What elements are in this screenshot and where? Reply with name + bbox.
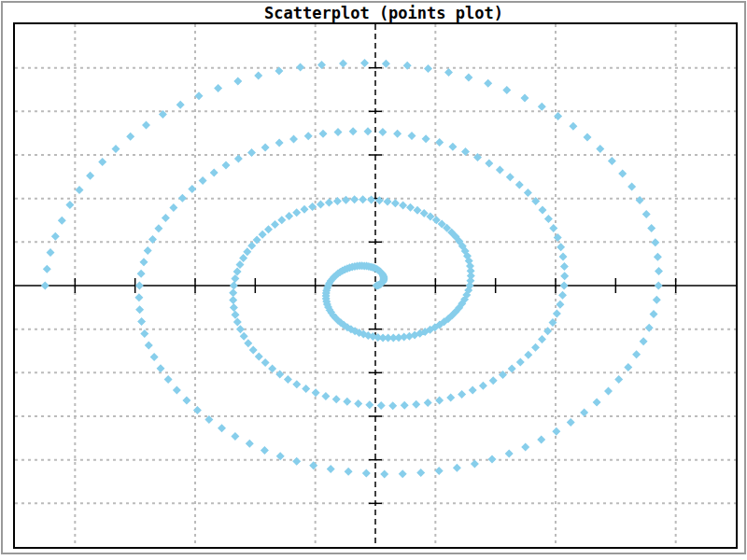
spiral-points [41, 59, 663, 478]
plot-canvas [15, 24, 736, 547]
app-window: { "chart_data": { "type": "scatter", "ti… [0, 0, 747, 560]
chart-title: Scatterplot (points plot) [13, 4, 734, 22]
plot-area [13, 22, 738, 549]
